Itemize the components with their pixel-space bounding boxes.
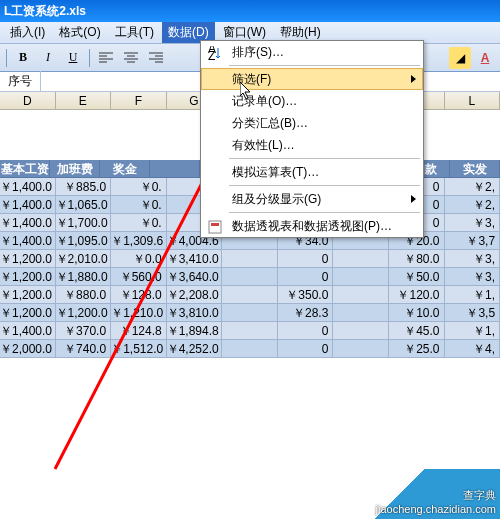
table-cell[interactable]: ￥1, <box>445 286 501 304</box>
underline-button[interactable]: U <box>62 47 84 69</box>
table-cell[interactable]: 0 <box>278 268 334 286</box>
menu-item[interactable]: 筛选(F) <box>201 68 423 90</box>
align-center-button[interactable] <box>120 47 142 69</box>
table-cell[interactable]: ￥350.0 <box>278 286 334 304</box>
menu-separator <box>229 212 420 213</box>
menu-item[interactable]: 有效性(L)… <box>201 134 423 156</box>
sort-icon: AZ <box>206 44 224 62</box>
table-header-cell: 实发 <box>450 160 500 178</box>
menu-item[interactable]: 记录单(O)… <box>201 90 423 112</box>
submenu-arrow-icon <box>411 195 416 203</box>
menu-item-label: 排序(S)… <box>232 44 284 61</box>
align-right-button[interactable] <box>145 47 167 69</box>
table-cell[interactable]: ￥2, <box>445 178 501 196</box>
menu-item-label: 有效性(L)… <box>232 137 295 154</box>
name-box[interactable]: 序号 <box>0 71 41 92</box>
table-cell[interactable]: ￥2, <box>445 196 501 214</box>
table-cell[interactable] <box>333 250 389 268</box>
separator <box>89 49 90 67</box>
table-cell[interactable] <box>333 322 389 340</box>
table-cell[interactable]: 0 <box>278 250 334 268</box>
data-menu-dropdown: AZ排序(S)…筛选(F)记录单(O)…分类汇总(B)…有效性(L)…模拟运算表… <box>200 40 424 238</box>
table-cell[interactable]: ￥3,5 <box>445 304 501 322</box>
menu-item[interactable]: 分类汇总(B)… <box>201 112 423 134</box>
menu-item-label: 模拟运算表(T)… <box>232 164 319 181</box>
svg-rect-2 <box>209 221 221 233</box>
font-color-button[interactable]: A <box>474 47 496 69</box>
col-l[interactable]: L <box>445 92 501 110</box>
fill-color-button[interactable]: ◢ <box>449 47 471 69</box>
table-cell[interactable]: ￥80.0 <box>389 250 445 268</box>
cursor-pointer-icon <box>240 82 256 102</box>
watermark-text1: 查字典 <box>376 488 496 503</box>
menu-item-label: 数据透视表和数据透视图(P)… <box>232 218 392 235</box>
table-cell[interactable]: ￥28.3 <box>278 304 334 322</box>
table-cell[interactable]: ￥4, <box>445 340 501 358</box>
submenu-arrow-icon <box>411 75 416 83</box>
table-cell[interactable]: ￥1, <box>445 322 501 340</box>
menu-item[interactable]: 模拟运算表(T)… <box>201 161 423 183</box>
menu-separator <box>229 158 420 159</box>
watermark: 查字典 jiaocheng.chazidian.com <box>340 469 500 519</box>
table-cell[interactable]: 0 <box>278 322 334 340</box>
title-bar: L工资系统2.xls <box>0 0 500 22</box>
table-cell[interactable]: 0 <box>278 340 334 358</box>
table-cell[interactable] <box>333 304 389 322</box>
menu-item[interactable]: 数据透视表和数据透视图(P)… <box>201 215 423 237</box>
table-cell[interactable]: ￥3,7 <box>445 232 501 250</box>
menu-item-label: 组及分级显示(G) <box>232 191 321 208</box>
italic-button[interactable]: I <box>37 47 59 69</box>
separator <box>6 49 7 67</box>
table-cell[interactable]: ￥3, <box>445 268 501 286</box>
menu-separator <box>229 65 420 66</box>
menu-item[interactable]: AZ排序(S)… <box>201 41 423 63</box>
table-cell[interactable]: ￥50.0 <box>389 268 445 286</box>
svg-rect-3 <box>211 223 219 226</box>
menu-item-label: 分类汇总(B)… <box>232 115 308 132</box>
table-cell[interactable]: ￥45.0 <box>389 322 445 340</box>
table-cell[interactable]: ￥10.0 <box>389 304 445 322</box>
pivot-icon <box>206 218 224 236</box>
table-cell[interactable]: ￥3, <box>445 214 501 232</box>
table-cell[interactable]: ￥3, <box>445 250 501 268</box>
watermark-text2: jiaocheng.chazidian.com <box>376 503 496 515</box>
table-cell[interactable]: ￥120.0 <box>389 286 445 304</box>
svg-text:Z: Z <box>208 49 215 60</box>
window-title: L工资系统2.xls <box>4 3 86 20</box>
menu-separator <box>229 185 420 186</box>
menu-format[interactable]: 格式(O) <box>53 22 106 43</box>
table-cell[interactable] <box>333 286 389 304</box>
table-cell[interactable] <box>333 340 389 358</box>
menu-tools[interactable]: 工具(T) <box>109 22 160 43</box>
table-cell[interactable]: ￥25.0 <box>389 340 445 358</box>
table-cell[interactable] <box>333 268 389 286</box>
table-header-cell: 基本工资 <box>0 160 50 178</box>
bold-button[interactable]: B <box>12 47 34 69</box>
align-left-button[interactable] <box>95 47 117 69</box>
menu-item[interactable]: 组及分级显示(G) <box>201 188 423 210</box>
menu-insert[interactable]: 插入(I) <box>4 22 51 43</box>
